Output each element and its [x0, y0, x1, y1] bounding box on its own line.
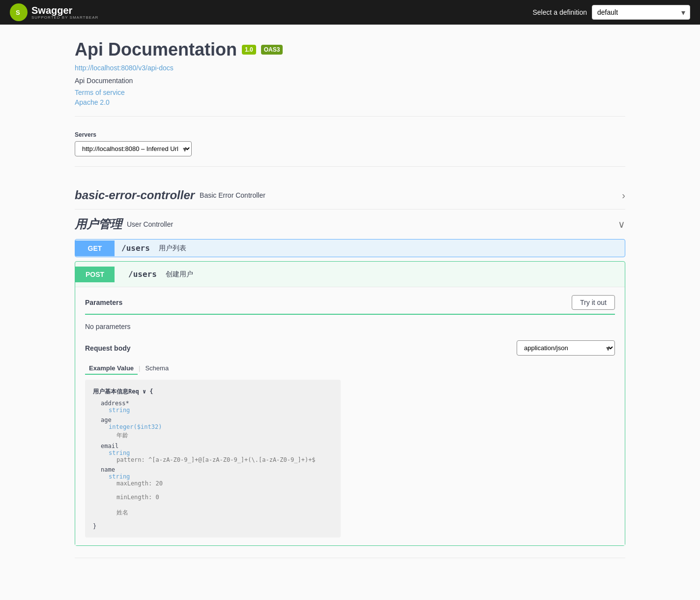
try-it-out-button[interactable]: Try it out [572, 295, 615, 310]
basic-error-chevron-icon: › [622, 190, 625, 201]
definition-select[interactable]: default [592, 5, 690, 20]
post-body-tabs: Parameters Try it out [85, 295, 615, 315]
tab-divider: | [138, 362, 141, 375]
get-users-endpoint[interactable]: GET /users 用户列表 [75, 239, 625, 257]
logo-text: Swagger supported by SMARTBEAR [31, 5, 98, 20]
schema-close-brace: } [93, 523, 333, 530]
app-header: S Swagger supported by SMARTBEAR Select … [0, 0, 700, 25]
basic-error-controller-desc: Basic Error Controller [200, 191, 265, 199]
api-url-link[interactable]: http://localhost:8080/v3/api-docs [75, 64, 625, 72]
post-badge: POST [75, 267, 115, 282]
get-badge: GET [75, 240, 115, 256]
request-body-label: Request body [85, 344, 131, 352]
oas3-badge: OAS3 [261, 45, 283, 55]
schema-field-age: age integer($int32) 年龄 [93, 417, 333, 440]
parameters-tab-label[interactable]: Parameters [85, 299, 122, 306]
smartbear-label: supported by SMARTBEAR [31, 15, 98, 20]
api-title: Api Documentation [75, 39, 237, 60]
swagger-logo-icon: S [10, 3, 28, 21]
terms-link[interactable]: Terms of service [75, 89, 625, 96]
example-schema-tabs: Example Value | Schema [85, 362, 615, 375]
get-users-path: /users [115, 240, 157, 257]
definition-selector: Select a definition default [532, 5, 690, 20]
basic-error-controller-section: basic-error-controller Basic Error Contr… [75, 181, 625, 210]
swagger-brand: Swagger [31, 5, 98, 15]
version-badge: 1.0 [242, 45, 256, 55]
definition-label: Select a definition [532, 8, 587, 16]
servers-label: Servers [75, 131, 625, 138]
servers-section: Servers http://localhost:8080 – Inferred… [75, 131, 625, 167]
schema-tab[interactable]: Schema [141, 362, 173, 375]
example-value-tab[interactable]: Example Value [85, 362, 138, 375]
user-controller-header[interactable]: 用户管理 User Controller ∨ [75, 210, 625, 239]
servers-select[interactable]: http://localhost:8080 – Inferred Url [75, 141, 192, 156]
api-title-row: Api Documentation 1.0 OAS3 [75, 39, 625, 60]
controller-title-user: 用户管理 User Controller [75, 216, 173, 232]
post-users-header[interactable]: POST /users 创建用户 [75, 262, 625, 287]
schema-title: 用户基本信息Req ∨ { [93, 388, 333, 396]
schema-field-name: name string maxLength: 20 minLength: 0 姓… [93, 466, 333, 517]
post-users-desc: 创建用户 [164, 266, 195, 283]
basic-error-controller-header[interactable]: basic-error-controller Basic Error Contr… [75, 181, 625, 209]
user-controller-chevron-icon: ∨ [618, 218, 625, 230]
get-users-desc: 用户列表 [157, 240, 188, 257]
api-description: Api Documentation [75, 77, 625, 85]
controller-title-basic: basic-error-controller Basic Error Contr… [75, 188, 265, 202]
main-content: Api Documentation 1.0 OAS3 http://localh… [65, 25, 635, 573]
post-users-expanded: POST /users 创建用户 Parameters Try it out N… [75, 261, 625, 546]
post-users-path: /users [121, 266, 164, 283]
servers-select-wrapper[interactable]: http://localhost:8080 – Inferred Url [75, 141, 192, 156]
logo-area: S Swagger supported by SMARTBEAR [10, 3, 98, 21]
api-title-section: Api Documentation 1.0 OAS3 http://localh… [75, 39, 625, 106]
user-controller-name: 用户管理 [75, 216, 122, 232]
post-body: Parameters Try it out No parameters Requ… [75, 287, 625, 545]
no-params-text: No parameters [85, 323, 615, 330]
schema-field-email: email string pattern: ^[a-zA-Z0-9_]+@[a-… [93, 443, 333, 463]
schema-box: 用户基本信息Req ∨ { address* string age [85, 380, 341, 538]
license-link[interactable]: Apache 2.0 [75, 98, 625, 106]
post-header-content: /users 创建用户 [115, 262, 625, 287]
divider-1 [75, 116, 625, 117]
user-controller-desc: User Controller [127, 220, 173, 228]
user-controller-section: 用户管理 User Controller ∨ GET /users 用户列表 P… [75, 210, 625, 558]
endpoint-list: GET /users 用户列表 POST /users 创建用户 P [75, 239, 625, 558]
basic-error-controller-name: basic-error-controller [75, 188, 195, 202]
schema-field-address: address* string [93, 400, 333, 414]
content-type-select-wrapper[interactable]: application/json [517, 340, 615, 356]
definition-select-wrapper[interactable]: default [592, 5, 690, 20]
svg-text:S: S [16, 9, 20, 16]
request-body-row: Request body application/json [85, 340, 615, 356]
content-type-select[interactable]: application/json [517, 340, 615, 356]
